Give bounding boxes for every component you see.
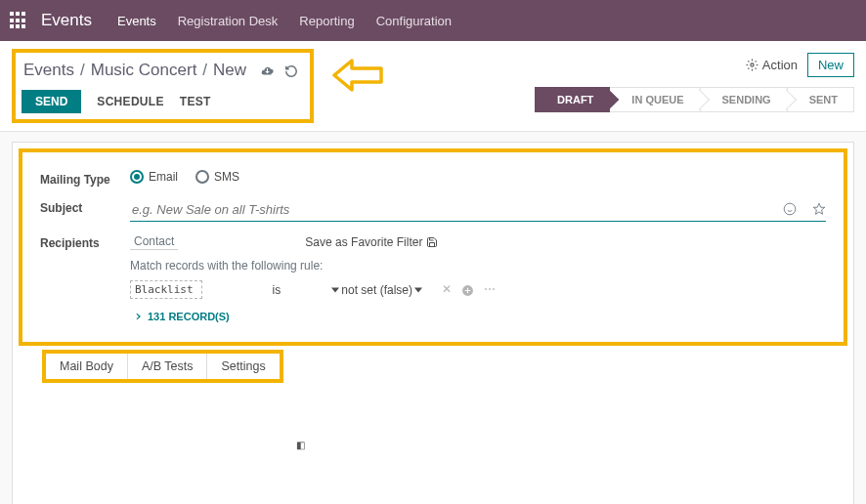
tab-ab-tests[interactable]: A/B Tests: [128, 354, 208, 379]
rule-operator: is: [273, 283, 281, 297]
menu-item-events[interactable]: Events: [117, 14, 156, 28]
control-bar: Events / Music Concert / New SEND SCHEDU…: [0, 41, 866, 132]
arrow-right-icon: [130, 311, 142, 322]
test-button[interactable]: TEST: [180, 90, 211, 113]
schedule-button[interactable]: SCHEDULE: [97, 90, 163, 113]
send-button[interactable]: SEND: [22, 90, 81, 113]
top-menu: Events Registration Desk Reporting Confi…: [117, 14, 452, 28]
breadcrumb-item: New: [213, 61, 246, 80]
mail-body-area[interactable]: ◧: [13, 385, 853, 504]
save-icon: [426, 236, 438, 248]
tab-settings[interactable]: Settings: [207, 354, 279, 379]
remove-rule-icon[interactable]: ✕: [442, 282, 452, 296]
breadcrumb: Events / Music Concert / New: [20, 59, 298, 90]
rule-value-select[interactable]: not set (false): [331, 283, 422, 297]
menu-item-configuration[interactable]: Configuration: [376, 14, 452, 28]
menu-item-reporting[interactable]: Reporting: [299, 14, 354, 28]
status-in-queue[interactable]: IN QUEUE: [610, 87, 700, 112]
form-sheet: Mailing Type Email SMS Subject: [12, 142, 854, 504]
action-dropdown[interactable]: Action: [746, 58, 798, 72]
highlight-tabs-box: Mail Body A/B Tests Settings: [42, 350, 283, 383]
app-title: Events: [41, 11, 92, 30]
caret-down-icon: [414, 286, 422, 294]
status-sending[interactable]: SENDING: [701, 87, 788, 112]
svg-point-0: [751, 63, 754, 66]
status-draft[interactable]: DRAFT: [535, 87, 610, 112]
annotation-arrow-icon: [332, 57, 385, 94]
menu-item-registration-desk[interactable]: Registration Desk: [178, 14, 279, 28]
topbar: Events Events Registration Desk Reportin…: [0, 0, 866, 41]
highlight-breadcrumb-box: Events / Music Concert / New SEND SCHEDU…: [12, 49, 314, 123]
subject-input[interactable]: [130, 198, 826, 222]
star-icon[interactable]: [812, 200, 826, 216]
add-rule-icon[interactable]: [461, 282, 474, 296]
emoji-icon[interactable]: [783, 200, 797, 216]
save-favorite-filter[interactable]: Save as Favorite Filter: [305, 235, 438, 249]
right-controls: Action New DRAFT IN QUEUE SENDING SENT: [535, 49, 854, 112]
radio-checked-icon: [130, 170, 144, 184]
caret-down-icon: [331, 286, 339, 294]
svg-point-1: [784, 203, 796, 215]
new-button[interactable]: New: [807, 53, 854, 77]
discard-icon[interactable]: [284, 61, 298, 80]
breadcrumb-separator: /: [202, 61, 207, 80]
records-link[interactable]: 131 RECORD(S): [130, 311, 826, 322]
recipients-model[interactable]: Contact: [130, 233, 178, 250]
subject-label: Subject: [40, 198, 130, 215]
more-rule-icon[interactable]: ⋯: [484, 282, 496, 296]
action-buttons: SEND SCHEDULE TEST: [20, 90, 298, 113]
apps-icon[interactable]: [10, 12, 27, 29]
breadcrumb-item[interactable]: Music Concert: [91, 61, 197, 80]
tab-mail-body[interactable]: Mail Body: [46, 354, 128, 379]
radio-sms[interactable]: SMS: [195, 170, 239, 184]
match-rule-text: Match records with the following rule:: [130, 259, 826, 273]
mailing-type-label: Mailing Type: [40, 170, 130, 187]
body-placeholder-icon: ◧: [296, 440, 305, 450]
radio-unchecked-icon: [195, 170, 209, 184]
breadcrumb-item[interactable]: Events: [23, 61, 74, 80]
status-sent[interactable]: SENT: [788, 87, 854, 112]
radio-email[interactable]: Email: [130, 170, 178, 184]
highlight-form-box: Mailing Type Email SMS Subject: [19, 148, 847, 346]
cloud-save-icon[interactable]: [260, 61, 275, 80]
recipients-label: Recipients: [40, 233, 130, 250]
status-bar: DRAFT IN QUEUE SENDING SENT: [535, 87, 854, 112]
breadcrumb-separator: /: [80, 61, 85, 80]
rule-field-select[interactable]: Blacklist: [130, 280, 202, 299]
